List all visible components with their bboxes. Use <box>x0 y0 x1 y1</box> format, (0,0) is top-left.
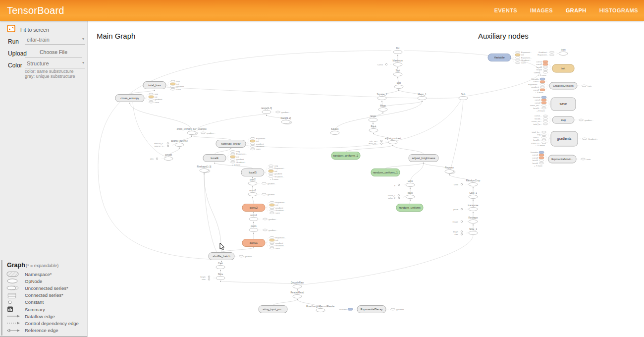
graph-node-reverse[interactable]: Reverse <box>445 167 455 174</box>
graph-node-local4[interactable]: local4avgExponent...initgradientGradient… <box>203 150 247 166</box>
graph-edge-random_uniform-pack <box>410 200 410 204</box>
svg-text:ExponentialDecay: ExponentialDecay <box>361 308 383 311</box>
graph-node-maximum[interactable]: MaximumConst <box>377 59 403 66</box>
svg-text:Gradient...: Gradient... <box>256 145 266 148</box>
graph-node-exp_decay[interactable]: ExponentialDecayVariablegradient <box>339 306 405 313</box>
svg-text:Exponent...: Exponent... <box>537 54 548 56</box>
graph-node-avg[interactable]: avgconv1...local4...cross_en...total_lo.… <box>532 114 593 125</box>
graph-node-cast_1[interactable]: Cast_1 <box>469 192 478 199</box>
svg-text:adjust_contrast: adjust_contrast <box>385 137 401 140</box>
graph-node-train[interactable]: trainGradient...Exponent... <box>537 49 568 56</box>
graph-node-square_1[interactable]: Square_1 <box>377 93 387 100</box>
graph-node-variable[interactable]: VariableExponent...initExponent...Gradie… <box>488 51 532 64</box>
svg-text:cross_e...: cross_e... <box>531 142 540 144</box>
nav-tab-histograms[interactable]: HISTOGRAMS <box>599 7 638 13</box>
graph-node-readerread[interactable]: ReaderRead <box>290 291 304 298</box>
graph-canvas[interactable]: total_lossavginitgradientsavecross_entro… <box>87 21 644 337</box>
svg-text:value_2: value_2 <box>388 197 396 199</box>
legend-subtitle: (* = expandable) <box>26 263 58 268</box>
graph-node-cepe[interactable]: cross_entropy_per_examplegradien... <box>177 128 215 135</box>
color-select[interactable]: Structure ▾ <box>25 59 85 68</box>
run-select[interactable]: cifar-train ▾ <box>25 36 85 45</box>
fit-to-screen-icon[interactable] <box>7 25 15 34</box>
svg-text:gradient: gradient <box>275 207 283 209</box>
sidebar-scrollbar[interactable] <box>1 260 2 336</box>
graph-node-mean[interactable]: Mean <box>378 105 387 112</box>
graph-node-pack[interactable]: packvalue_1value_2 <box>388 192 415 199</box>
graph-node-range13[interactable]: range[1-3]gradien... <box>261 107 290 114</box>
svg-text:gradient: gradient <box>236 158 244 161</box>
graph-node-cast[interactable]: Cast <box>216 262 225 269</box>
svg-text:Const: Const <box>377 63 383 66</box>
graph-node-graddesc[interactable]: GradientDescentVariableconv1Exponent...g… <box>528 78 592 94</box>
svg-text:begin: begin <box>200 276 206 278</box>
legend-item-constant: Constant <box>0 299 87 306</box>
connected-series-icon <box>6 292 24 299</box>
graph-node-cross_entropy[interactable]: cross_entropyavginitgradientsave <box>115 93 162 103</box>
graph-node-expmoving[interactable]: ExponentialMovin...Variableconv1conv2loc… <box>531 151 591 167</box>
svg-text:Exponent...: Exponent... <box>236 153 247 155</box>
graph-node-randomcrop[interactable]: RandomCropseed <box>454 179 481 186</box>
fit-to-screen-label[interactable]: Fit to screen <box>20 27 49 33</box>
nav-tab-graph[interactable]: GRAPH <box>566 7 587 13</box>
graph-node-pool1[interactable]: pool1gradien... <box>249 225 277 232</box>
nav-tab-events[interactable]: EVENTS <box>494 7 517 13</box>
graph-node-sqrt[interactable]: Sqrt <box>393 69 402 76</box>
chevron-down-icon: ▾ <box>82 60 84 65</box>
graph-node-init[interactable]: initconv1conv2local3local4softma...+ 5 m… <box>534 60 574 76</box>
color-select-value: Structure <box>27 60 49 66</box>
graph-node-conv2[interactable]: conv2Exponent...initgradientGradient...s… <box>242 201 286 215</box>
graph-edge-string_input-readerread <box>273 299 297 306</box>
svg-text:range: range <box>370 115 376 117</box>
graph-node-string_input[interactable]: string_input_pro... <box>259 306 287 313</box>
graph-node-random_uniform_1[interactable]: random_uniform_1 <box>371 169 400 176</box>
graph-node-adjust_brightness[interactable]: adjust_brightness <box>409 155 438 162</box>
graph-node-slice_1[interactable]: Slice_1beginsize <box>453 228 478 235</box>
graph-node-total_loss[interactable]: total_lossavginitgradientsave <box>143 80 184 90</box>
graph-node-mean_1[interactable]: Mean_1 <box>418 93 427 100</box>
svg-text:shape: shape <box>452 221 458 223</box>
svg-text:init: init <box>561 67 565 70</box>
graph-node-random_uniform[interactable]: random_uniform <box>396 204 423 212</box>
svg-text:local4: local4 <box>537 68 542 71</box>
graph-node-sub[interactable]: Sub <box>394 82 403 89</box>
graph-node-square[interactable]: Square <box>330 128 339 135</box>
graph-node-range_op[interactable]: range <box>369 115 377 122</box>
svg-text:+ 1 more: + 1 more <box>232 164 241 166</box>
svg-text:total_lo...: total_lo... <box>534 123 542 125</box>
graph-curve-5 <box>450 101 463 170</box>
graph-node-save[interactable]: saveVariableconv1conv2cross_en...local3.… <box>530 96 576 112</box>
svg-text:random_uniform_1: random_uniform_1 <box>373 171 398 174</box>
graph-node-softmax_linear[interactable]: softmax_linearExponent...initgradientGra… <box>216 137 267 151</box>
svg-text:conv1: conv1 <box>537 60 542 63</box>
graph-node-norm2[interactable]: norm2gradien... <box>248 189 276 196</box>
graph-node-less[interactable]: Lessy <box>394 180 415 187</box>
graph-node-rank12[interactable]: Rank[1-2] <box>281 117 292 124</box>
choose-file-button[interactable]: Choose File <box>25 48 82 57</box>
graph-nodes: total_lossavginitgradientsavecross_entro… <box>115 47 598 313</box>
graph-node-adjust_contrast[interactable]: adjust_contrastmin_va...max_va... <box>369 137 401 145</box>
graph-node-sub_1[interactable]: Sub <box>459 93 468 100</box>
svg-text:gradients: gradients <box>557 137 572 141</box>
svg-text:concat: concat <box>165 154 172 156</box>
graph-node-gradients[interactable]: gradientstotal_lo...avgconv2...local3...… <box>531 131 598 147</box>
svg-text:init: init <box>275 239 278 241</box>
nav-tab-images[interactable]: IMAGES <box>530 7 553 13</box>
graph-node-decoderaw[interactable]: DecodeRaw <box>291 281 304 288</box>
graph-node-rank_op[interactable]: Rank <box>369 125 378 132</box>
graph-node-random_uniform_2[interactable]: random_uniform_2 <box>331 152 360 160</box>
svg-text:Exponent...: Exponent... <box>256 137 267 140</box>
graph-node-reshape13[interactable]: Reshape[1-3] <box>197 166 212 173</box>
graph-node-flrr[interactable]: FixedLengthRecordReader <box>306 305 335 312</box>
graph-node-shuffle_batch[interactable]: shuffle_batchgradien... <box>209 253 254 260</box>
graph-node-slice[interactable]: Slicebeginsize <box>200 273 225 281</box>
graph-node-div[interactable]: Div <box>393 47 402 54</box>
graph-node-sparsetodense[interactable]: SparseToDensedefault_v...sparse_v... <box>154 140 188 147</box>
graph-node-norm1[interactable]: norm1gradien... <box>249 214 277 221</box>
graph-node-conv1[interactable]: conv1Exponent...initgradientGradient...s… <box>242 236 286 250</box>
svg-text:conv2...: conv2... <box>533 136 540 139</box>
graph-node-transpose[interactable]: transposeperm <box>453 204 479 211</box>
graph-node-local3[interactable]: local3avgExponent...initgradientGradient… <box>241 165 285 180</box>
svg-text:Reverse: Reverse <box>445 167 454 169</box>
graph-node-reshape_r[interactable]: Reshapeshape <box>452 217 478 224</box>
